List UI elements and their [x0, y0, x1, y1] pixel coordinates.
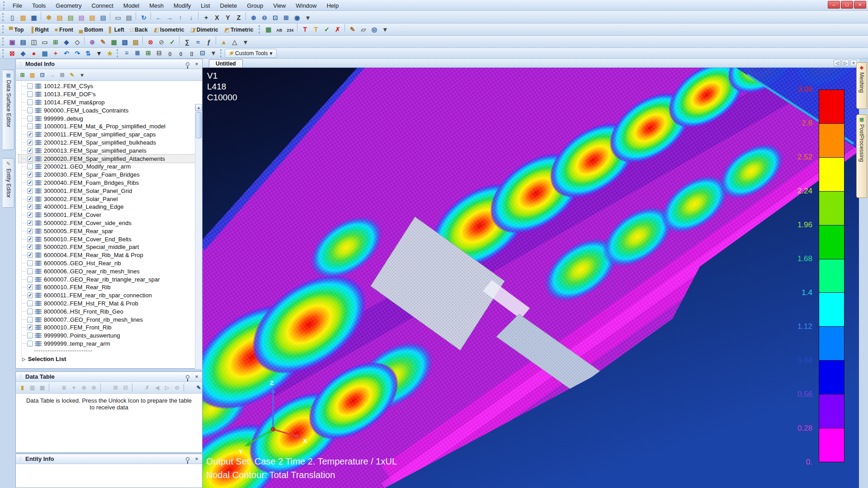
layer-checkbox[interactable]: [27, 83, 33, 89]
toolbar-icon[interactable]: ◉: [292, 13, 302, 23]
panel-toolbar-icon[interactable]: ▥: [28, 383, 37, 392]
panel-toolbar-icon[interactable]: ✎: [68, 70, 76, 79]
panel-toolbar-icon[interactable]: ⊟: [121, 383, 130, 392]
toolbar-icon[interactable]: ∑: [182, 37, 192, 47]
tree-row[interactable]: 6000007..GEO_Rear_rib_triangle_rear_spar: [19, 275, 202, 283]
toolbar-icon[interactable]: ▤: [55, 13, 65, 23]
toolbar-icon[interactable]: ⊞: [143, 48, 153, 58]
panel-toolbar-icon[interactable]: [100, 383, 109, 392]
menu-item[interactable]: File: [8, 1, 27, 10]
toolbar-icon[interactable]: ✗: [333, 24, 343, 34]
toolbar-icon[interactable]: ⊕: [249, 13, 259, 23]
tree-row[interactable]: 8000002..FEM_Hst_FR_Mat & Prob: [19, 300, 202, 308]
toolbar-icon[interactable]: ◈: [18, 48, 28, 58]
toolbar-icon[interactable]: ▨: [131, 37, 141, 47]
tree-row[interactable]: 5000005..FEM_Rear_spar: [19, 227, 202, 235]
toolbar-icon[interactable]: ◫: [29, 37, 39, 47]
toolbar-icon[interactable]: ↷: [72, 48, 82, 58]
toolbar-icon[interactable]: ▱: [359, 24, 368, 34]
layer-checkbox[interactable]: [27, 292, 33, 298]
toolbar-icon[interactable]: ≡: [122, 48, 132, 58]
toolbar-icon[interactable]: ▧: [120, 37, 130, 47]
tab-nav-button[interactable]: ◁: [834, 60, 841, 66]
tree-row[interactable]: 3000001..FEM_Solar_Panel_Grid: [19, 187, 202, 195]
toolbar-icon[interactable]: ▤: [87, 13, 97, 23]
window-control-button[interactable]: □: [841, 1, 853, 9]
toolbar-icon[interactable]: ⊞: [51, 37, 61, 47]
toolbar-icon[interactable]: ƒ: [204, 37, 214, 47]
tree-row[interactable]: 3000002..FEM_Solar_Panel: [19, 195, 202, 203]
panel-toolbar-icon[interactable]: ✗: [143, 383, 151, 392]
tree-row[interactable]: 8000010..FEM_Front_Rib: [19, 324, 202, 332]
toolbar-icon[interactable]: ⊞: [281, 13, 291, 23]
toolbar-grip[interactable]: [2, 49, 5, 57]
panel-toolbar-icon[interactable]: ⊞: [18, 70, 27, 79]
layer-checkbox[interactable]: [27, 260, 33, 266]
view-button[interactable]: ◨Dimetric: [188, 26, 221, 34]
toolbar-icon[interactable]: ▦: [40, 48, 50, 58]
panel-toolbar-icon[interactable]: ▾: [78, 70, 86, 79]
toolbar-icon[interactable]: ↓: [186, 13, 196, 23]
layer-checkbox[interactable]: [27, 309, 33, 314]
toolbar-icon[interactable]: [41, 12, 42, 20]
toolbar-icon[interactable]: 234: [285, 25, 295, 35]
toolbar-icon[interactable]: [136, 12, 137, 20]
panel-toolbar-icon[interactable]: ▾: [70, 383, 78, 392]
toolbar-icon[interactable]: ▯: [7, 13, 17, 23]
toolbar-grip[interactable]: [259, 25, 262, 33]
tree-row[interactable]: 1000001..FEM_Mat_&_Prop_simplified_model: [19, 122, 202, 131]
toolbar-icon[interactable]: [179, 36, 180, 44]
layer-checkbox[interactable]: [27, 123, 33, 129]
panel-toolbar-icon[interactable]: ✎: [194, 383, 203, 392]
layer-checkbox[interactable]: [27, 156, 33, 162]
tree-row[interactable]: 10013..FEM_DOF's: [19, 90, 202, 99]
toolbar-icon[interactable]: ↶: [61, 48, 71, 58]
toolbar-icon[interactable]: (): [176, 49, 186, 59]
panel-toolbar-icon[interactable]: ⊡: [38, 70, 47, 79]
tree-row[interactable]: 5000001..FEM_Cover: [19, 211, 202, 219]
layer-checkbox[interactable]: [27, 131, 33, 137]
tree-row[interactable]: 6000006..GEO_rear_rib_mesh_lines: [19, 267, 202, 275]
toolbar-icon[interactable]: △: [230, 37, 240, 47]
toolbar-icon[interactable]: ▥: [18, 13, 28, 23]
panel-toolbar-icon[interactable]: ▦: [38, 383, 47, 392]
toolbar-icon[interactable]: ⊡: [198, 48, 208, 58]
toolbar-icon[interactable]: ▦: [109, 37, 119, 47]
toolbar-icon[interactable]: ✓: [322, 24, 332, 34]
layer-checkbox[interactable]: [27, 277, 33, 282]
toolbar-icon[interactable]: ✎: [98, 37, 108, 47]
toolbar-icon[interactable]: ⊗: [146, 37, 156, 47]
toolbar-icon[interactable]: ▦: [29, 13, 39, 23]
toolbar-icon[interactable]: ▤: [98, 13, 108, 23]
toolbar-grip[interactable]: [3, 1, 6, 9]
toolbar-icon[interactable]: [198, 12, 199, 20]
view-button[interactable]: ◧Isometric: [152, 26, 188, 34]
panel-toolbar-icon[interactable]: [49, 383, 57, 392]
toolbar-icon[interactable]: ⊠: [7, 48, 17, 58]
toolbar-icon[interactable]: ⊘: [156, 37, 166, 47]
close-icon[interactable]: ×: [193, 455, 200, 462]
tree-row[interactable]: 8000007..GEO_Front_rib_mesh_lines: [19, 315, 202, 324]
menu-item[interactable]: Window: [291, 1, 321, 10]
toolbar-icon[interactable]: ⇅: [83, 48, 93, 58]
toolbar-icon[interactable]: ▾: [303, 13, 313, 23]
panel-grip[interactable]: ⋮: [18, 456, 23, 462]
scrollbar-thumb[interactable]: [196, 112, 202, 138]
layer-checkbox[interactable]: [27, 108, 33, 113]
toolbar-grip[interactable]: [2, 13, 5, 21]
layer-checkbox[interactable]: [27, 172, 33, 178]
toolbar-icon[interactable]: T: [311, 24, 321, 34]
toolbar-icon[interactable]: ✎: [348, 24, 358, 34]
toolbar-icon[interactable]: Z: [234, 13, 244, 23]
panel-toolbar-icon[interactable]: ⊕: [80, 383, 88, 392]
menu-item[interactable]: View: [268, 1, 291, 10]
layer-checkbox[interactable]: [27, 220, 33, 226]
toolbar-icon[interactable]: []: [187, 49, 197, 59]
layer-checkbox[interactable]: [27, 164, 33, 169]
toolbar-icon[interactable]: [110, 12, 111, 20]
toolbar-icon[interactable]: [142, 36, 144, 44]
toolbar-icon[interactable]: ⊖: [259, 13, 269, 23]
custom-tools-button[interactable]: ✱ Custom Tools ▾: [225, 49, 277, 58]
toolbar-icon[interactable]: ◆: [61, 37, 71, 47]
tree-row[interactable]: 10012..FEM_CSys: [19, 82, 202, 90]
